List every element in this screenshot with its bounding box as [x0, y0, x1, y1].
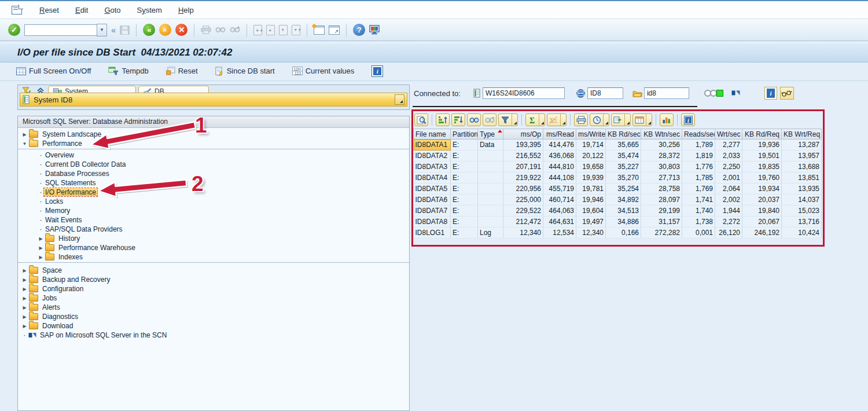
since-db-start-button[interactable]: Since DB start	[215, 67, 275, 76]
sort-asc-button[interactable]	[436, 113, 450, 126]
table-cell[interactable]: 19,760	[742, 173, 782, 184]
table-cell[interactable]: 19,497	[576, 216, 606, 227]
system-menu-icon[interactable]	[12, 6, 22, 14]
subtotal-button[interactable]: ΣΣ	[547, 113, 567, 126]
tree-item-jobs[interactable]: ▶Jobs	[18, 293, 409, 303]
chevron-right-icon[interactable]: ▶	[21, 296, 28, 301]
table-cell[interactable]: E:	[451, 227, 478, 238]
print-icon[interactable]	[201, 25, 211, 34]
menu-edit[interactable]: Edit	[75, 6, 88, 14]
column-header-kb-wrt-req[interactable]: KB Wrt/Req	[782, 129, 822, 140]
table-cell[interactable]: 1,740	[682, 206, 715, 216]
table-cell[interactable]: 436,068	[543, 151, 576, 162]
table-cell[interactable]: E:	[451, 184, 478, 195]
table-cell[interactable]: 1,769	[682, 184, 715, 195]
tree-item-locks[interactable]: ·Locks	[18, 197, 409, 206]
previous-page-icon[interactable]: ▲	[266, 25, 275, 35]
tree-item-space[interactable]: ▶Space	[18, 266, 409, 275]
table-cell[interactable]: 19,939	[576, 173, 606, 184]
table-cell[interactable]: 34,892	[606, 195, 641, 206]
table-cell[interactable]: 19,604	[576, 206, 606, 216]
chevron-right-icon[interactable]: ▶	[38, 255, 44, 260]
command-input[interactable]	[24, 24, 97, 36]
print-button[interactable]	[574, 113, 588, 126]
table-cell[interactable]: 13,935	[782, 184, 822, 195]
table-cell[interactable]: 19,946	[576, 195, 606, 206]
chevron-right-icon[interactable]: ▶	[21, 324, 28, 329]
table-cell[interactable]: 464,063	[543, 206, 576, 216]
table-cell[interactable]	[478, 184, 503, 195]
exit-icon[interactable]: «	[159, 24, 171, 36]
table-cell[interactable]: 212,472	[503, 216, 543, 227]
table-cell[interactable]: 19,936	[742, 140, 782, 151]
column-header-type[interactable]: Type	[478, 129, 503, 140]
table-cell[interactable]: ID8DATA7	[414, 206, 451, 216]
column-header-kb-rd-sec[interactable]: KB Rd/sec	[606, 129, 641, 140]
collapse-toolbar-icon[interactable]: «	[111, 25, 116, 35]
chevron-right-icon[interactable]: ▶	[38, 236, 44, 241]
gui-settings-icon[interactable]	[369, 25, 381, 35]
dropdown-arrow-icon[interactable]	[624, 114, 630, 126]
table-cell[interactable]: 1,738	[682, 216, 715, 227]
tree-item-wait-events[interactable]: ·Wait Events	[18, 215, 409, 225]
chevron-right-icon[interactable]: ▶	[38, 245, 44, 251]
dropdown-arrow-icon[interactable]	[603, 114, 609, 126]
tree-item-indexes[interactable]: ▶Indexes	[18, 252, 409, 262]
table-cell[interactable]: 19,840	[742, 206, 782, 216]
chevron-right-icon[interactable]: ▶	[21, 305, 28, 310]
table-cell[interactable]: 12,340	[576, 227, 606, 238]
table-cell[interactable]: 19,781	[576, 184, 606, 195]
tree-item-system-landscape[interactable]: ▶System Landscape	[18, 130, 409, 139]
table-cell[interactable]: 15,023	[782, 206, 822, 216]
column-header-reads-sec[interactable]: Reads/sec	[682, 129, 715, 140]
table-cell[interactable]: 1,741	[682, 195, 715, 206]
enter-button[interactable]: ✓	[8, 24, 20, 36]
table-cell[interactable]: 225,000	[503, 195, 543, 206]
tree-item-overview[interactable]: ·Overview	[18, 151, 409, 160]
table-cell[interactable]: 246,192	[742, 227, 782, 238]
table-cell[interactable]: ID8DATA5	[414, 184, 451, 195]
table-cell[interactable]: 35,270	[606, 173, 641, 184]
column-header-kb-wtn-sec[interactable]: KB Wtn/sec	[641, 129, 682, 140]
column-header-kb-rd-req[interactable]: KB Rd/Req	[742, 129, 782, 140]
new-session-icon[interactable]	[314, 25, 325, 35]
table-cell[interactable]: 216,552	[503, 151, 543, 162]
table-cell[interactable]: 35,474	[606, 151, 641, 162]
info-button[interactable]: i	[372, 65, 383, 77]
cancel-icon[interactable]: ✕	[175, 24, 187, 36]
schema-field[interactable]	[644, 87, 689, 99]
table-cell[interactable]: E:	[451, 162, 478, 173]
chevron-down-icon[interactable]: ▼	[21, 141, 28, 146]
table-cell[interactable]: ID8DATA3	[414, 162, 451, 173]
table-cell[interactable]: 460,714	[543, 195, 576, 206]
table-cell[interactable]: 455,719	[543, 184, 576, 195]
table-cell[interactable]: 35,254	[606, 184, 641, 195]
table-cell[interactable]: 444,108	[543, 173, 576, 184]
current-values-button[interactable]: 12H123 Current values	[292, 67, 355, 75]
info-button[interactable]: i	[764, 87, 777, 100]
tree-item-backup-and-recovery[interactable]: ▶Backup and Recovery	[18, 275, 409, 284]
command-dropdown-icon[interactable]: ▼	[97, 24, 107, 36]
info-button[interactable]: i	[681, 113, 695, 126]
next-page-icon[interactable]: ▼	[279, 25, 288, 35]
layout-button[interactable]	[632, 113, 652, 126]
filter-button[interactable]	[498, 113, 518, 126]
table-cell[interactable]	[478, 162, 503, 173]
system-dropdown[interactable]: System ID8	[20, 93, 407, 107]
dropdown-arrow-icon[interactable]	[395, 94, 404, 105]
table-cell[interactable]: ID8DATA8	[414, 216, 451, 227]
column-header-partition[interactable]: Partition	[451, 129, 478, 140]
views-button[interactable]	[590, 113, 609, 126]
chevron-right-icon[interactable]: ▶	[21, 277, 28, 282]
chevron-right-icon[interactable]: ▶	[21, 314, 28, 320]
tree-item-sap-on-microsoft-sql-server-in-the-scn[interactable]: ·SAP on Microsoft SQL Server in the SCN	[18, 331, 409, 340]
table-cell[interactable]: 2,272	[715, 216, 742, 227]
graph-button[interactable]	[660, 113, 674, 126]
table-cell[interactable]: 207,191	[503, 162, 543, 173]
table-cell[interactable]: 19,658	[576, 162, 606, 173]
table-cell[interactable]: 20,122	[576, 151, 606, 162]
dropdown-arrow-icon[interactable]	[512, 114, 517, 126]
table-cell[interactable]: 19,714	[576, 140, 606, 151]
table-cell[interactable]: 2,033	[715, 151, 742, 162]
table-cell[interactable]: 20,037	[742, 195, 782, 206]
